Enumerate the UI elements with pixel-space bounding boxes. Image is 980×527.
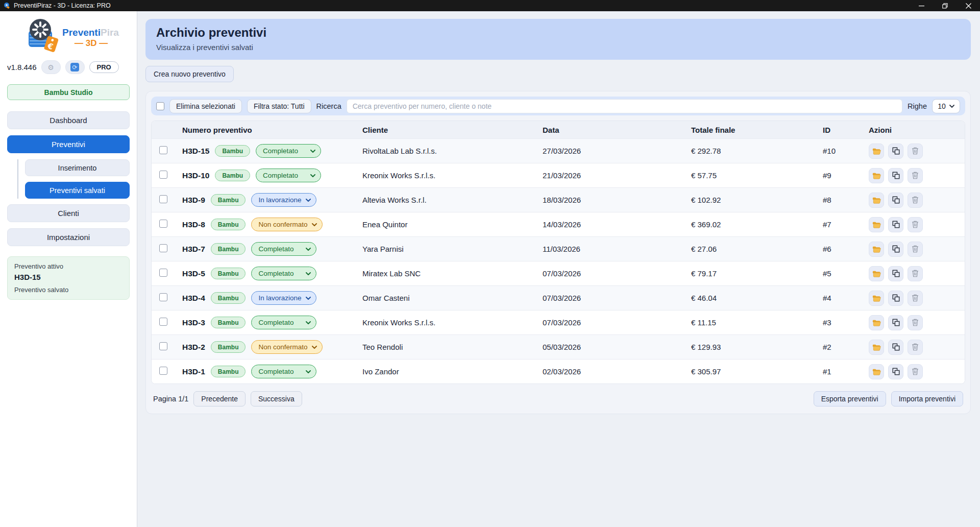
- minimize-button[interactable]: [910, 0, 933, 11]
- duplicate-quote-button[interactable]: [888, 315, 903, 330]
- open-quote-button[interactable]: [869, 193, 884, 208]
- restore-button[interactable]: [933, 0, 957, 11]
- search-input[interactable]: [347, 99, 902, 113]
- duplicate-quote-button[interactable]: [888, 143, 903, 159]
- duplicate-icon: [892, 343, 900, 351]
- status-select[interactable]: In lavorazione: [251, 193, 316, 207]
- table-row: H3D-3 Bambu Completato Kreonix Works S.r…: [152, 310, 965, 334]
- bambu-badge: Bambu: [215, 145, 250, 157]
- status-select[interactable]: Non confermato: [251, 218, 322, 231]
- row-checkbox[interactable]: [159, 220, 167, 228]
- table-row: H3D-2 Bambu Non confermato Teo Rendoli 0…: [152, 334, 965, 359]
- row-checkbox[interactable]: [159, 244, 167, 252]
- delete-quote-button[interactable]: [908, 242, 923, 257]
- bambu-studio-button[interactable]: Bambu Studio: [7, 84, 130, 100]
- rows-per-page-select[interactable]: 10: [932, 99, 960, 113]
- delete-quote-button[interactable]: [908, 168, 923, 183]
- delete-quote-button[interactable]: [908, 291, 923, 306]
- quote-total: € 57.75: [691, 171, 823, 180]
- sidebar-item-preventivi[interactable]: Preventivi: [7, 135, 130, 153]
- export-quotes-button[interactable]: Esporta preventivi: [814, 391, 886, 406]
- settings-gear-button[interactable]: ⚙: [41, 60, 61, 74]
- next-page-button[interactable]: Successiva: [251, 391, 302, 406]
- update-button[interactable]: ⟳: [65, 60, 85, 74]
- duplicate-quote-button[interactable]: [888, 266, 903, 281]
- client-name: Teo Rendoli: [362, 343, 543, 351]
- open-quote-button[interactable]: [869, 291, 884, 306]
- open-quote-button[interactable]: [869, 315, 884, 330]
- status-select[interactable]: Completato: [251, 316, 316, 329]
- quote-id: #10: [823, 147, 869, 155]
- open-quote-button[interactable]: [869, 266, 884, 281]
- previous-page-button[interactable]: Precedente: [193, 391, 246, 406]
- filter-status-button[interactable]: Filtra stato: Tutti: [247, 99, 311, 113]
- folder-icon: [872, 246, 881, 253]
- folder-icon: [872, 295, 881, 302]
- status-select[interactable]: Completato: [251, 365, 316, 378]
- sidebar-item-clienti[interactable]: Clienti: [7, 204, 130, 222]
- open-quote-button[interactable]: [869, 364, 884, 379]
- open-quote-button[interactable]: [869, 143, 884, 159]
- open-quote-button[interactable]: [869, 340, 884, 355]
- sidebar-item-inserimento[interactable]: Inserimento: [25, 159, 130, 176]
- duplicate-quote-button[interactable]: [888, 168, 903, 183]
- duplicate-quote-button[interactable]: [888, 242, 903, 257]
- trash-icon: [912, 221, 919, 228]
- duplicate-quote-button[interactable]: [888, 217, 903, 232]
- duplicate-quote-button[interactable]: [888, 291, 903, 306]
- delete-quote-button[interactable]: [908, 266, 923, 281]
- svg-text:PreventiPiraz: PreventiPiraz: [62, 27, 119, 38]
- delete-quote-button[interactable]: [908, 217, 923, 232]
- row-checkbox[interactable]: [159, 269, 167, 277]
- duplicate-quote-button[interactable]: [888, 340, 903, 355]
- chevron-down-icon: [312, 223, 317, 226]
- row-checkbox[interactable]: [159, 342, 167, 350]
- quote-id: #5: [823, 269, 869, 278]
- quote-total: € 292.78: [691, 147, 823, 155]
- row-checkbox[interactable]: [159, 367, 167, 375]
- row-checkbox[interactable]: [159, 195, 167, 203]
- quote-id: #9: [823, 171, 869, 180]
- sidebar-item-preventivi-salvati[interactable]: Preventivi salvati: [25, 182, 130, 199]
- open-quote-button[interactable]: [869, 168, 884, 183]
- row-checkbox[interactable]: [159, 146, 167, 154]
- status-value: Completato: [258, 319, 293, 326]
- status-select[interactable]: Completato: [251, 267, 316, 280]
- trash-icon: [912, 245, 919, 253]
- quote-date: 27/03/2026: [543, 147, 691, 155]
- open-quote-button[interactable]: [869, 242, 884, 257]
- delete-quote-button[interactable]: [908, 340, 923, 355]
- status-select[interactable]: Non confermato: [251, 340, 322, 354]
- sidebar-item-impostazioni[interactable]: Impostazioni: [7, 228, 130, 246]
- search-label: Ricerca: [316, 102, 341, 110]
- create-quote-button[interactable]: Crea nuovo preventivo: [145, 66, 234, 82]
- status-select[interactable]: Completato: [251, 242, 316, 256]
- delete-quote-button[interactable]: [908, 143, 923, 159]
- import-quotes-button[interactable]: Importa preventivi: [891, 391, 963, 406]
- row-checkbox[interactable]: [159, 318, 167, 326]
- quote-date: 02/03/2026: [543, 367, 691, 376]
- status-select[interactable]: In lavorazione: [251, 291, 316, 305]
- delete-quote-button[interactable]: [908, 193, 923, 208]
- client-name: Omar Casteni: [362, 294, 543, 302]
- select-all-checkbox[interactable]: [156, 102, 164, 110]
- open-quote-button[interactable]: [869, 217, 884, 232]
- client-name: Altevia Works S.r.l.: [362, 196, 543, 204]
- status-select[interactable]: Completato: [256, 169, 321, 182]
- row-checkbox[interactable]: [159, 293, 167, 301]
- rows-per-page-value: 10: [938, 102, 946, 110]
- close-button[interactable]: [957, 0, 980, 11]
- quote-date: 18/03/2026: [543, 196, 691, 204]
- quote-date: 05/03/2026: [543, 343, 691, 351]
- row-checkbox[interactable]: [159, 171, 167, 179]
- chevron-down-icon: [310, 150, 315, 153]
- duplicate-quote-button[interactable]: [888, 364, 903, 379]
- delete-quote-button[interactable]: [908, 315, 923, 330]
- delete-selected-button[interactable]: Elimina selezionati: [169, 99, 242, 113]
- delete-quote-button[interactable]: [908, 364, 923, 379]
- status-select[interactable]: Completato: [256, 144, 321, 158]
- sidebar-item-dashboard[interactable]: Dashboard: [7, 111, 130, 129]
- status-value: Completato: [258, 245, 293, 253]
- folder-icon: [872, 221, 881, 228]
- duplicate-quote-button[interactable]: [888, 193, 903, 208]
